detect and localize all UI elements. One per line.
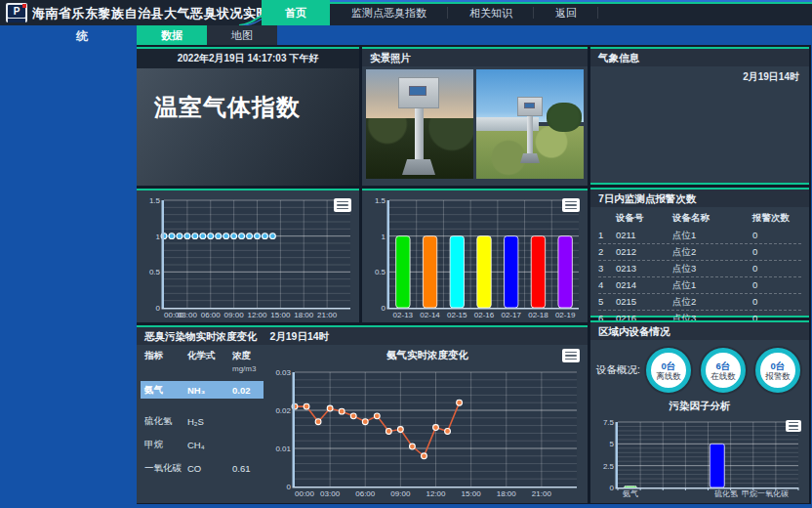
table-row: 20212点位20 [598, 244, 801, 261]
pollutant-timestamp: 2月19日14时 [269, 330, 329, 342]
svg-text:甲烷: 甲烷 [742, 489, 757, 498]
photo-row [362, 66, 588, 182]
nav-item-odor-index[interactable]: 监测点恶臭指数 [330, 0, 448, 25]
daily-index-bar-chart-panel: 00.511.502-1302-1402-1502-1602-1702-1802… [362, 189, 588, 322]
weather-timestamp: 2月19日14时 [590, 66, 809, 88]
device-count-circles: 0台离线数6台在线数0台报警数 [646, 348, 800, 393]
svg-text:氨气: 氨气 [623, 489, 638, 498]
greenhouse-trend-chart: 00.511.500:0003:0006:0009:0012:0015:0018… [139, 194, 357, 320]
svg-text:03:00: 03:00 [320, 489, 341, 498]
table-row: 40214点位10 [598, 277, 801, 294]
svg-text:06:00: 06:00 [355, 489, 376, 498]
pollutant-row[interactable]: 甲烷CH₄ [144, 436, 264, 453]
pollutant-row[interactable]: 氨气NH₃0.02 [141, 381, 264, 399]
logo-red-mark [22, 4, 26, 8]
svg-text:02-17: 02-17 [501, 311, 521, 319]
col-concentration: 浓度 mg/m3 [232, 350, 271, 373]
monitoring-device-illustration [517, 97, 543, 163]
svg-text:02-18: 02-18 [528, 311, 548, 319]
svg-text:18:00: 18:00 [294, 311, 314, 319]
svg-text:0.02: 0.02 [275, 406, 291, 415]
svg-text:02-14: 02-14 [420, 311, 440, 319]
svg-text:0: 0 [382, 304, 386, 313]
tab-data[interactable]: 数据 [137, 25, 207, 45]
pollutant-table: 指标 化学式 浓度 mg/m3 氨气NH₃0.02硫化氢H₂S甲烷CH₄一氧化碳… [137, 345, 267, 501]
svg-text:1.5: 1.5 [149, 196, 161, 205]
alarm-table-body: 10211点位1020212点位2030213点位3040214点位105021… [598, 228, 801, 327]
pollutant-panel-title: 恶臭污染物实时浓度变化 2月19日14时 [137, 327, 588, 345]
nav-item-back[interactable]: 返回 [534, 0, 598, 25]
unit-label: mg/m3 [232, 364, 256, 373]
system-title-wrap: 统 [76, 28, 88, 45]
ammonia-realtime-chart: 00.010.020.0300:0003:0006:0009:0012:0015… [269, 366, 584, 499]
greenhouse-index-panel: 2022年2月19日 14:17:03 下午好 温室气体指数 [137, 47, 359, 186]
chart-menu-icon[interactable] [562, 349, 580, 362]
monitoring-device-illustration [398, 77, 439, 175]
pollution-factor-chart: 02.557.5氨气硫化氢甲烷一氧化碳 [592, 416, 805, 500]
col-formula: 化学式 [187, 350, 232, 373]
table-row: 30213点位30 [598, 261, 801, 277]
app-header: P 海南省乐东黎族自治县大气恶臭状况实时发布系 首页 监测点恶臭指数 相关知识 … [0, 0, 812, 25]
svg-text:1.5: 1.5 [375, 196, 386, 205]
svg-text:09:00: 09:00 [224, 311, 245, 319]
tab-map[interactable]: 地图 [207, 25, 277, 45]
pollutant-row[interactable]: 硫化氢H₂S [144, 412, 264, 430]
svg-text:03:00: 03:00 [178, 311, 198, 319]
svg-text:15:00: 15:00 [462, 489, 482, 498]
daily-index-bar-chart: 00.511.502-1302-1402-1502-1602-1702-1802… [364, 194, 586, 320]
table-row: 10211点位10 [598, 228, 801, 244]
svg-text:1: 1 [382, 233, 386, 241]
col-indicator: 指标 [144, 350, 187, 373]
datetime-display: 2022年2月19日 14:17:03 下午好 [137, 49, 359, 68]
svg-text:00:00: 00:00 [295, 489, 315, 498]
greenhouse-trend-chart-panel: 00.511.500:0003:0006:0009:0012:0015:0018… [137, 189, 359, 322]
svg-text:0.03: 0.03 [275, 368, 291, 377]
weather-panel-title: 气象信息 [590, 49, 809, 66]
pollution-factor-chart-title: 污染因子分析 [590, 395, 809, 413]
col-device-name: 设备名称 [672, 212, 752, 225]
chart-menu-icon[interactable] [562, 198, 580, 212]
svg-text:02-19: 02-19 [555, 311, 576, 319]
svg-text:09:00: 09:00 [390, 489, 411, 498]
nav-item-home[interactable]: 首页 [262, 0, 330, 25]
svg-text:0.01: 0.01 [275, 444, 291, 453]
app-logo: P [6, 3, 27, 22]
pollutant-realtime-panel: 恶臭污染物实时浓度变化 2月19日14时 指标 化学式 浓度 mg/m3 氨气N… [137, 325, 588, 503]
svg-text:7.5: 7.5 [603, 418, 615, 427]
alarm-table: 设备号 设备名称 报警次数 10211点位1020212点位2030213点位3… [590, 207, 809, 327]
device-count-circle: 6台在线数 [701, 348, 746, 393]
alarm-table-header: 设备号 设备名称 报警次数 [598, 210, 801, 228]
col-device-no: 设备号 [616, 212, 672, 225]
svg-text:12:00: 12:00 [247, 311, 267, 319]
pollutant-row[interactable]: 一氧化碳CO0.61 [144, 459, 264, 477]
svg-text:12:00: 12:00 [426, 489, 446, 498]
svg-text:硫化氢: 硫化氢 [714, 489, 738, 498]
pollutant-table-header: 指标 化学式 浓度 mg/m3 [144, 350, 264, 373]
alarm-panel-title: 7日内监测点报警次数 [590, 190, 809, 207]
alarm-count-panel: 7日内监测点报警次数 设备号 设备名称 报警次数 10211点位1020212点… [590, 188, 809, 318]
col-alarm-count: 报警次数 [752, 212, 801, 225]
chart-menu-icon[interactable] [334, 198, 351, 212]
svg-text:06:00: 06:00 [201, 311, 222, 319]
svg-text:2.5: 2.5 [603, 462, 615, 471]
svg-text:15:00: 15:00 [270, 311, 291, 319]
device-count-circle: 0台报警数 [755, 348, 800, 393]
dashboard-screen: P 海南省乐东黎族自治县大气恶臭状况实时发布系 首页 监测点恶臭指数 相关知识 … [0, 0, 812, 508]
chart-menu-icon[interactable] [786, 420, 801, 432]
svg-text:5: 5 [610, 440, 615, 448]
device-overview-label: 设备概况: [596, 363, 640, 377]
svg-text:0: 0 [156, 304, 161, 313]
svg-text:0.5: 0.5 [375, 268, 386, 276]
logo-caption [8, 19, 25, 22]
greenhouse-panel-body: 温室气体指数 [137, 68, 359, 186]
pollutant-title-text: 恶臭污染物实时浓度变化 [144, 330, 258, 342]
nav-item-knowledge[interactable]: 相关知识 [448, 0, 534, 25]
table-row: 50215点位20 [598, 294, 801, 311]
svg-text:一氧化碳: 一氧化碳 [757, 489, 789, 498]
devices-panel-title: 区域内设备情况 [590, 322, 809, 340]
station-photo-dusk [366, 69, 473, 179]
device-count-circle: 0台离线数 [646, 348, 691, 393]
svg-text:02-16: 02-16 [474, 311, 495, 319]
svg-text:18:00: 18:00 [497, 489, 517, 498]
ammonia-chart-title: 氨气实时浓度变化 [267, 345, 588, 362]
